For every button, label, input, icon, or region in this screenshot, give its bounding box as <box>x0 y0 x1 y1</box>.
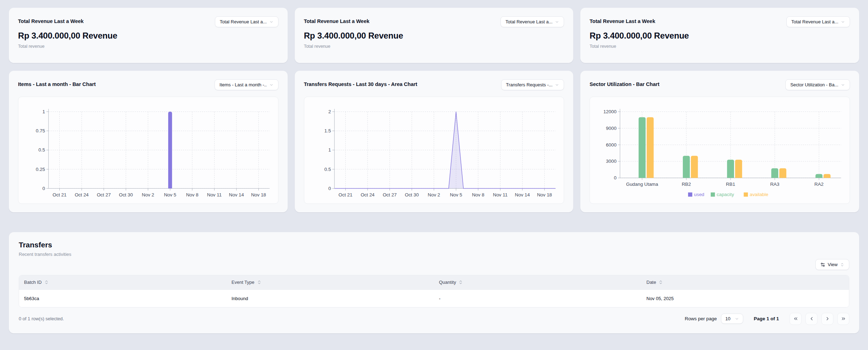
transfers-title: Transfers <box>19 241 849 249</box>
stat-card-dropdown-label: Total Revenue Last a... <box>220 19 267 24</box>
stat-subtitle: Total revenue <box>304 44 564 49</box>
column-header-date[interactable]: Date <box>641 275 849 289</box>
chart-card-dropdown[interactable]: Sector Utilization - Ba... <box>785 79 850 90</box>
svg-text:0.5: 0.5 <box>324 167 331 172</box>
column-header-event-type[interactable]: Event Type <box>227 275 434 289</box>
transfers-table-card: Transfers Recent transfers activities Vi… <box>9 232 859 333</box>
svg-text:2: 2 <box>328 109 331 114</box>
svg-text:Oct 21: Oct 21 <box>53 192 66 197</box>
svg-text:0: 0 <box>328 186 331 191</box>
column-label: Quantity <box>439 280 456 285</box>
chart-card-dropdown-label: Sector Utilization - Ba... <box>790 82 838 87</box>
stat-card-title: Total Revenue Last a Week <box>304 16 370 24</box>
chevron-down-icon <box>555 83 559 87</box>
chart-card-dropdown-label: Transfers Requests -... <box>506 82 553 87</box>
chart-card-sector-utilization: Sector Utilization - Bar Chart Sector Ut… <box>580 71 859 212</box>
svg-text:Nov 8: Nov 8 <box>186 192 198 197</box>
svg-text:Oct 24: Oct 24 <box>75 192 89 197</box>
bar-capacity <box>772 168 779 178</box>
svg-text:Nov 5: Nov 5 <box>164 192 176 197</box>
column-header-batch-id[interactable]: Batch ID <box>19 275 227 289</box>
svg-text:Nov 18: Nov 18 <box>537 192 552 197</box>
svg-text:0: 0 <box>42 186 45 191</box>
chevron-down-icon <box>555 20 559 24</box>
stat-card-dropdown[interactable]: Total Revenue Last a... <box>786 16 850 27</box>
transfers-area-chart: 00.511.52Oct 21Oct 24Oct 27Oct 30Nov 2No… <box>304 97 564 203</box>
stat-value: Rp 3.400.000,00 Revenue <box>590 31 850 41</box>
svg-text:12000: 12000 <box>604 109 617 114</box>
last-page-button[interactable] <box>837 313 849 325</box>
column-header-quantity[interactable]: Quantity <box>434 275 641 289</box>
svg-text:Oct 24: Oct 24 <box>360 192 375 197</box>
legend-swatch-available <box>744 193 748 197</box>
chart-card-transfer-requests: Transfers Requests - Last 30 days - Area… <box>295 71 574 212</box>
chevron-down-icon <box>269 20 274 24</box>
svg-text:RA3: RA3 <box>770 182 780 187</box>
stat-card-revenue-3: Total Revenue Last a Week Total Revenue … <box>580 8 859 63</box>
svg-text:1: 1 <box>328 147 331 153</box>
dashboard-page: Total Revenue Last a Week Total Revenue … <box>0 0 868 333</box>
svg-text:Gudang Utama: Gudang Utama <box>626 182 658 187</box>
page-info: Page 1 of 1 <box>754 316 779 321</box>
charts-row: Items - Last a month - Bar Chart Items -… <box>9 71 859 212</box>
rows-per-page: Rows per page 10 <box>685 314 743 324</box>
stat-subtitle: Total revenue <box>18 44 278 49</box>
sliders-icon <box>820 262 825 267</box>
chevrons-left-icon <box>793 316 798 321</box>
svg-text:1: 1 <box>42 109 45 114</box>
sector-utilization-bar-chart: 030006000900012000Gudang UtamaRB2RB1RA3R… <box>590 97 850 203</box>
svg-text:RA2: RA2 <box>815 182 824 187</box>
svg-text:Nov 14: Nov 14 <box>515 192 530 197</box>
chevron-down-icon <box>841 20 845 24</box>
stat-value: Rp 3.400.000,00 Revenue <box>18 31 278 41</box>
chevron-down-icon <box>735 317 739 321</box>
svg-text:9000: 9000 <box>606 126 617 131</box>
chart-legend: usedcapacityavailable <box>688 192 768 197</box>
cell-quantity: - <box>434 289 641 307</box>
previous-page-button[interactable] <box>805 313 817 325</box>
first-page-button[interactable] <box>790 313 802 325</box>
bar-available <box>824 174 831 178</box>
legend-label-capacity: capacity <box>717 192 734 197</box>
transfers-subtitle: Recent transfers activities <box>19 252 849 257</box>
stat-card-dropdown[interactable]: Total Revenue Last a... <box>500 16 564 27</box>
svg-text:Oct 27: Oct 27 <box>97 192 111 197</box>
stat-card-header: Total Revenue Last a Week Total Revenue … <box>18 16 278 27</box>
stat-card-header: Total Revenue Last a Week Total Revenue … <box>590 16 850 27</box>
chevron-down-icon <box>269 83 274 87</box>
transfers-area-chart-panel: 00.511.52Oct 21Oct 24Oct 27Oct 30Nov 2No… <box>304 97 564 204</box>
svg-text:3000: 3000 <box>606 159 617 164</box>
chart-card-dropdown-label: Items - Last a month -.. <box>219 82 267 87</box>
bar-capacity <box>727 160 734 178</box>
bar-available <box>735 160 742 178</box>
svg-text:0.5: 0.5 <box>39 147 45 153</box>
chart-card-dropdown[interactable]: Items - Last a month -.. <box>215 79 278 90</box>
view-button-label: View <box>828 262 838 267</box>
legend-swatch-capacity <box>711 193 715 197</box>
cell-batch-id: 5b63ca <box>19 289 227 307</box>
view-button[interactable]: View <box>815 259 849 270</box>
chart-card-title: Sector Utilization - Bar Chart <box>590 79 659 87</box>
stat-card-title: Total Revenue Last a Week <box>18 16 84 24</box>
stat-card-dropdown[interactable]: Total Revenue Last a... <box>215 16 278 27</box>
stat-card-revenue-1: Total Revenue Last a Week Total Revenue … <box>9 8 288 63</box>
svg-text:0.75: 0.75 <box>36 128 45 133</box>
table-row[interactable]: 5b63ca Inbound - Nov 05, 2025 <box>19 289 849 307</box>
table-header-row: Batch ID Event Type Quantity Date <box>19 275 849 289</box>
table-toolbar: View <box>19 259 849 270</box>
svg-text:1.5: 1.5 <box>324 128 331 133</box>
next-page-button[interactable] <box>821 313 833 325</box>
svg-text:0: 0 <box>614 175 616 180</box>
column-label: Date <box>646 280 656 285</box>
rows-per-page-select[interactable]: 10 <box>721 314 743 324</box>
svg-text:Oct 30: Oct 30 <box>405 192 418 197</box>
chart-card-header: Transfers Requests - Last 30 days - Area… <box>304 79 564 90</box>
chart-card-dropdown[interactable]: Transfers Requests -... <box>501 79 564 90</box>
rows-selected-text: 0 of 1 row(s) selected. <box>19 316 64 321</box>
sort-icon <box>458 280 463 285</box>
chevron-left-icon <box>809 316 814 321</box>
cell-date: Nov 05, 2025 <box>641 289 849 307</box>
stat-subtitle: Total revenue <box>590 44 850 49</box>
bar-available <box>779 168 786 178</box>
chart-card-title: Items - Last a month - Bar Chart <box>18 79 96 87</box>
